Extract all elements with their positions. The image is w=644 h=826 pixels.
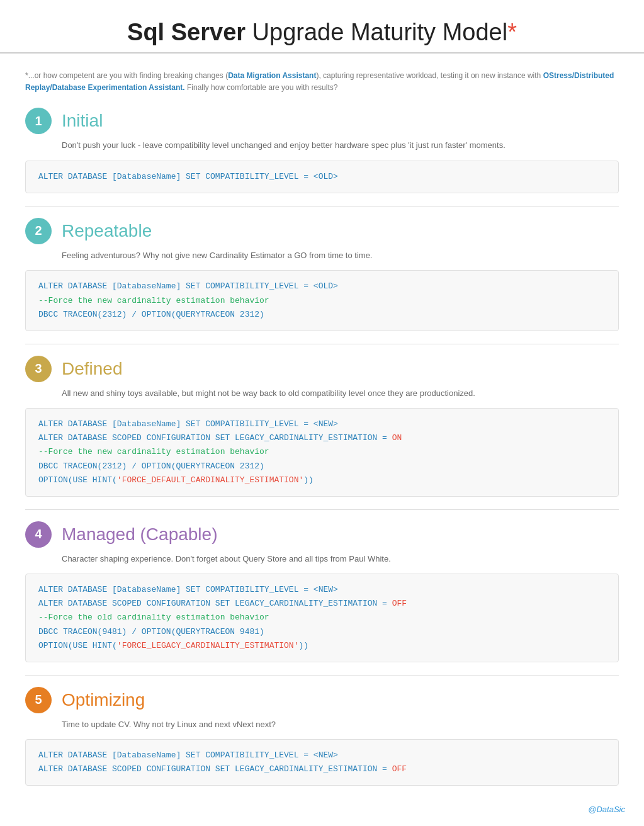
section-desc-3: All new and shiny toys available, but mi… — [62, 387, 619, 400]
code-line: ALTER DATABASE [DatabaseName] SET COMPAT… — [38, 280, 606, 293]
section-desc-2: Feeling adventurous? Why not give new Ca… — [62, 249, 619, 262]
badge-1: 1 — [25, 108, 52, 134]
code-line: DBCC TRACEON(9481) / OPTION(QUERYTRACEON… — [38, 625, 606, 639]
code-block-2: ALTER DATABASE [DatabaseName] SET COMPAT… — [25, 270, 619, 331]
code-line: --Force the old cardinality estimation b… — [38, 611, 606, 625]
section-title-5: Optimizing — [62, 690, 145, 710]
section-header-5: 5Optimizing — [25, 687, 619, 713]
code-line: ALTER DATABASE [DatabaseName] SET COMPAT… — [38, 170, 606, 184]
subtitle-note: *...or how competent are you with findin… — [0, 65, 644, 96]
page-header: Sql Server Upgrade Maturity Model* — [0, 0, 644, 54]
section-title-4: Managed (Capable) — [62, 524, 218, 545]
code-line: ALTER DATABASE SCOPED CONFIGURATION SET … — [38, 597, 606, 611]
badge-5: 5 — [25, 687, 52, 713]
section-title-3: Defined — [62, 359, 123, 379]
section-3: 3DefinedAll new and shiny toys available… — [0, 344, 644, 509]
code-block-4: ALTER DATABASE [DatabaseName] SET COMPAT… — [25, 574, 619, 662]
section-title-1: Initial — [62, 111, 103, 131]
section-header-2: 2Repeatable — [25, 218, 619, 244]
section-title-2: Repeatable — [62, 221, 152, 241]
section-desc-4: Character shaping experience. Don't forg… — [62, 553, 619, 565]
footer-text: @DataSic — [588, 805, 625, 814]
code-line: ALTER DATABASE SCOPED CONFIGURATION SET … — [38, 762, 606, 776]
badge-3: 3 — [25, 356, 52, 382]
code-block-3: ALTER DATABASE [DatabaseName] SET COMPAT… — [25, 408, 619, 496]
section-header-3: 3Defined — [25, 356, 619, 382]
code-line: DBCC TRACEON(2312) / OPTION(QUERYTRACEON… — [38, 308, 606, 322]
badge-4: 4 — [25, 521, 52, 548]
code-line: --Force the new cardinality estimation b… — [38, 445, 606, 459]
code-line: ALTER DATABASE [DatabaseName] SET COMPAT… — [38, 417, 606, 431]
code-line: OPTION(USE HINT('FORCE_LEGACY_CARDINALIT… — [38, 639, 606, 653]
code-block-1: ALTER DATABASE [DatabaseName] SET COMPAT… — [25, 161, 619, 193]
code-line: --Force the new cardinality estimation b… — [38, 294, 606, 308]
section-header-1: 1Initial — [25, 108, 619, 134]
code-block-5: ALTER DATABASE [DatabaseName] SET COMPAT… — [25, 739, 619, 786]
section-2: 2RepeatableFeeling adventurous? Why not … — [0, 206, 644, 344]
badge-2: 2 — [25, 218, 52, 244]
section-5: 5OptimizingTime to update CV. Why not tr… — [0, 676, 644, 799]
section-header-4: 4Managed (Capable) — [25, 521, 619, 548]
section-desc-5: Time to update CV. Why not try Linux and… — [62, 718, 619, 731]
code-line: OPTION(USE HINT('FORCE_DEFAULT_CARDINALI… — [38, 473, 606, 487]
code-line: ALTER DATABASE [DatabaseName] SET COMPAT… — [38, 583, 606, 597]
footer: @DataSic — [0, 798, 644, 820]
section-4: 4Managed (Capable)Character shaping expe… — [0, 510, 644, 675]
sections-container: 1InitialDon't push your luck - leave com… — [0, 96, 644, 798]
section-1: 1InitialDon't push your luck - leave com… — [0, 96, 644, 206]
section-desc-1: Don't push your luck - leave compatibili… — [62, 139, 619, 152]
code-line: DBCC TRACEON(2312) / OPTION(QUERYTRACEON… — [38, 460, 606, 473]
page-title: Sql Server Upgrade Maturity Model* — [25, 19, 619, 46]
title-sql-server: Sql Server Upgrade Maturity Model* — [127, 19, 517, 45]
code-line: ALTER DATABASE [DatabaseName] SET COMPAT… — [38, 749, 606, 762]
code-line: ALTER DATABASE SCOPED CONFIGURATION SET … — [38, 431, 606, 445]
